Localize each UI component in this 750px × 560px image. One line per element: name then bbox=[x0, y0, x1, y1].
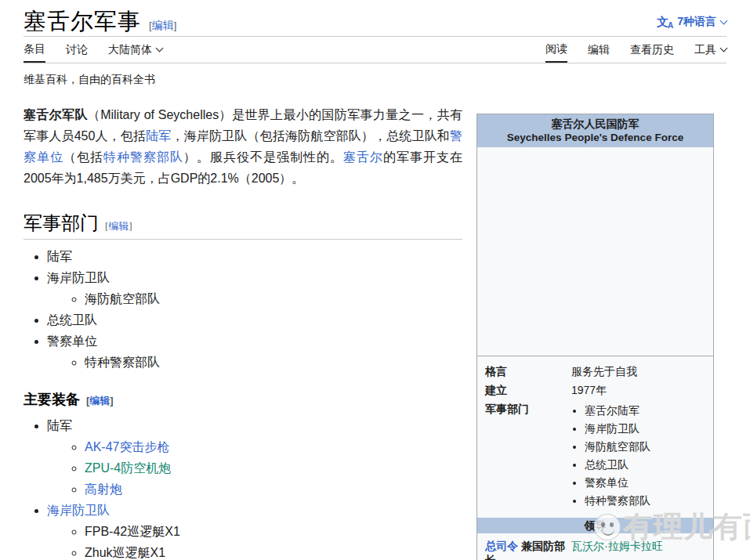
list-item: 海岸防卫队 bbox=[585, 421, 713, 435]
section-heading-branches: 军事部门 [编辑] bbox=[24, 211, 462, 240]
tab-edit[interactable]: 编辑 bbox=[588, 37, 610, 63]
language-count-label: 7种语言 bbox=[677, 15, 716, 29]
infobox-title-en: Seychelles People's Defence Force bbox=[482, 131, 708, 145]
infobox-row-founded: 建立 1977年 bbox=[477, 381, 713, 399]
seychelles-link[interactable]: 塞舌尔 bbox=[343, 150, 383, 164]
chevron-down-icon bbox=[156, 45, 164, 52]
list-item: 海防航空部队 bbox=[585, 439, 713, 453]
language-icon: 文A bbox=[657, 15, 673, 30]
infobox-header: 塞舌尔人民国防军 Seychelles People's Defence For… bbox=[477, 114, 713, 147]
branches-list: 陆军 海岸防卫队 海防航空部队 总统卫队 警察单位 特种警察部队 bbox=[24, 250, 462, 370]
infobox-image-area bbox=[477, 147, 713, 356]
tab-history[interactable]: 查看历史 bbox=[630, 37, 674, 63]
list-item: 特种警察部队 bbox=[85, 356, 462, 370]
list-item: 海防航空部队 bbox=[85, 292, 462, 306]
intro-paragraph: 塞舌尔军队（Military of Seychelles）是世界上最小的国防军事… bbox=[24, 104, 462, 189]
special-police-link[interactable]: 特种警察部队 bbox=[103, 150, 183, 164]
tabs-right-group: 阅读 编辑 查看历史 工具 bbox=[525, 37, 726, 63]
list-item: 警察单位 特种警察部队 bbox=[47, 334, 462, 370]
tab-tools[interactable]: 工具 bbox=[694, 37, 726, 63]
list-item: Zhuk巡逻艇X1 bbox=[85, 546, 462, 560]
tab-article[interactable]: 条目 bbox=[24, 37, 45, 63]
list-item: AK-47突击步枪 bbox=[85, 440, 462, 454]
list-item: 海岸防卫队 海防航空部队 bbox=[47, 271, 462, 306]
infobox-leadership-rows: 总司令 兼国防部长 瓦沃尔·拉姆卡拉旺 国防军总司令 克利福德·罗斯琳上校[1] bbox=[477, 533, 713, 560]
zpu4-link[interactable]: ZPU-4防空机炮 bbox=[85, 461, 171, 475]
infobox-row-motto: 格言 服务先于自我 bbox=[477, 362, 713, 381]
list-item: 总统卫队 bbox=[47, 313, 462, 327]
infobox-row-commander-in-chief: 总司令 兼国防部长 瓦沃尔·拉姆卡拉旺 bbox=[477, 537, 713, 560]
list-item: 高射炮 bbox=[85, 482, 462, 497]
infobox-rows: 格言 服务先于自我 建立 1977年 军事部门 塞舌尔陆军 海岸防卫队 海防航空… bbox=[477, 356, 713, 514]
list-item: 陆军 AK-47突击步枪 ZPU-4防空机炮 高射炮 bbox=[47, 419, 462, 497]
president-link[interactable]: 瓦沃尔·拉姆卡拉旺 bbox=[571, 540, 663, 552]
equipment-edit-link[interactable]: 编辑 bbox=[89, 395, 110, 406]
list-item: 警察单位 bbox=[585, 475, 713, 490]
tab-variant[interactable]: 大陆简体 bbox=[108, 37, 162, 63]
site-tagline: 维基百科，自由的百科全书 bbox=[24, 73, 726, 87]
infobox-branches-list: 塞舌尔陆军 海岸防卫队 海防航空部队 总统卫队 警察单位 特种警察部队 bbox=[571, 403, 713, 508]
title-row: 塞舌尔军事 [编辑] 文A 7种语言 bbox=[24, 0, 726, 37]
title-edit-section: [编辑] bbox=[149, 19, 176, 33]
chevron-down-icon bbox=[720, 16, 728, 24]
section-heading-equipment: 主要装备 [编辑] bbox=[24, 390, 462, 409]
bracket: ] bbox=[174, 20, 177, 31]
chevron-down-icon bbox=[720, 45, 728, 52]
language-button[interactable]: 文A 7种语言 bbox=[657, 15, 726, 30]
infobox-title-zh: 塞舌尔人民国防军 bbox=[482, 117, 708, 131]
army-link[interactable]: 陆军 bbox=[146, 129, 171, 143]
ak47-link[interactable]: AK-47突击步枪 bbox=[85, 440, 169, 453]
list-item: 海岸防卫队 FPB-42巡逻艇X1 Zhuk巡逻艇X1 其他巡逻艇X7 bbox=[47, 504, 462, 560]
list-item: 陆军 bbox=[47, 250, 462, 264]
list-item: FPB-42巡逻艇X1 bbox=[85, 525, 462, 539]
commander-in-chief-link[interactable]: 总司令 bbox=[485, 540, 518, 552]
infobox: 塞舌尔人民国防军 Seychelles People's Defence For… bbox=[476, 114, 714, 560]
article-body: 塞舌尔军队（Military of Seychelles）是世界上最小的国防军事… bbox=[24, 104, 462, 560]
infobox-row-branches: 军事部门 塞舌尔陆军 海岸防卫队 海防航空部队 总统卫队 警察单位 特种警察部队 bbox=[477, 399, 713, 514]
coast-guard-link[interactable]: 海岸防卫队 bbox=[47, 504, 110, 517]
tabs-row: 条目 讨论 大陆简体 阅读 编辑 查看历史 工具 bbox=[24, 37, 726, 63]
infobox-leadership-header: 领导 bbox=[477, 518, 713, 533]
wiki-page: 塞舌尔军事 [编辑] 文A 7种语言 条目 讨论 大陆简体 阅读 编辑 查看历史… bbox=[0, 0, 750, 560]
equipment-list: 陆军 AK-47突击步枪 ZPU-4防空机炮 高射炮 海岸防卫队 FPB-42巡… bbox=[24, 419, 462, 560]
page-title: 塞舌尔军事 bbox=[24, 6, 141, 38]
aa-gun-link[interactable]: 高射炮 bbox=[85, 482, 122, 496]
list-item: 总统卫队 bbox=[585, 457, 713, 471]
title-edit-link[interactable]: 编辑 bbox=[152, 19, 174, 31]
branches-edit-link[interactable]: 编辑 bbox=[108, 220, 129, 232]
list-item: 特种警察部队 bbox=[585, 493, 713, 508]
tab-read[interactable]: 阅读 bbox=[545, 37, 567, 63]
list-item: ZPU-4防空机炮 bbox=[85, 461, 462, 475]
article-subject-bold: 塞舌尔军队 bbox=[24, 108, 88, 121]
tab-talk[interactable]: 讨论 bbox=[66, 37, 88, 63]
list-item: 塞舌尔陆军 bbox=[585, 403, 713, 417]
